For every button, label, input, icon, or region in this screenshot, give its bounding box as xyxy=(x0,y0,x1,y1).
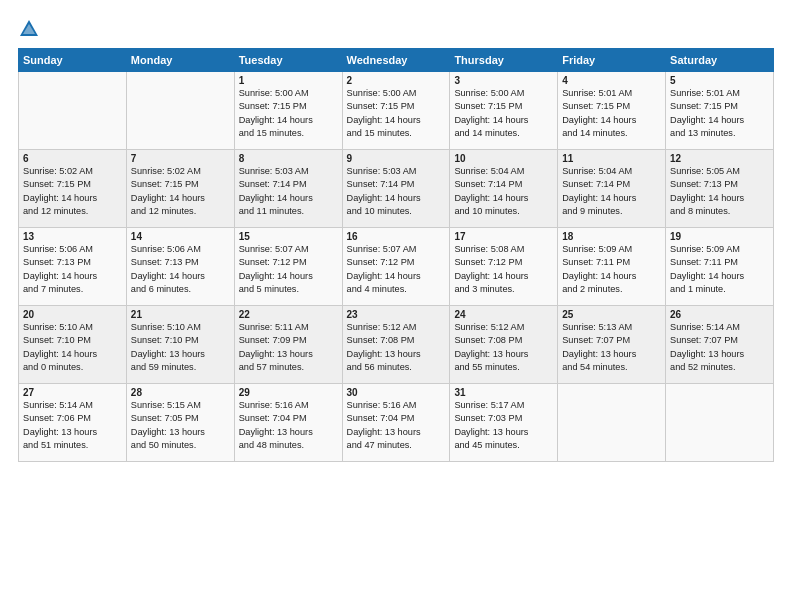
day-number: 13 xyxy=(23,231,122,242)
cell-content: Sunrise: 5:13 AM Sunset: 7:07 PM Dayligh… xyxy=(562,321,661,374)
cell-content: Sunrise: 5:04 AM Sunset: 7:14 PM Dayligh… xyxy=(454,165,553,218)
cell-1-0: 6Sunrise: 5:02 AM Sunset: 7:15 PM Daylig… xyxy=(19,150,127,228)
cell-content: Sunrise: 5:00 AM Sunset: 7:15 PM Dayligh… xyxy=(347,87,446,140)
page: SundayMondayTuesdayWednesdayThursdayFrid… xyxy=(0,0,792,612)
day-number: 23 xyxy=(347,309,446,320)
cell-2-3: 16Sunrise: 5:07 AM Sunset: 7:12 PM Dayli… xyxy=(342,228,450,306)
calendar-row-4: 27Sunrise: 5:14 AM Sunset: 7:06 PM Dayli… xyxy=(19,384,774,462)
cell-2-2: 15Sunrise: 5:07 AM Sunset: 7:12 PM Dayli… xyxy=(234,228,342,306)
cell-3-1: 21Sunrise: 5:10 AM Sunset: 7:10 PM Dayli… xyxy=(126,306,234,384)
cell-3-0: 20Sunrise: 5:10 AM Sunset: 7:10 PM Dayli… xyxy=(19,306,127,384)
cell-content: Sunrise: 5:06 AM Sunset: 7:13 PM Dayligh… xyxy=(131,243,230,296)
day-number: 30 xyxy=(347,387,446,398)
calendar-body: 1Sunrise: 5:00 AM Sunset: 7:15 PM Daylig… xyxy=(19,72,774,462)
cell-3-3: 23Sunrise: 5:12 AM Sunset: 7:08 PM Dayli… xyxy=(342,306,450,384)
cell-content: Sunrise: 5:12 AM Sunset: 7:08 PM Dayligh… xyxy=(454,321,553,374)
col-header-sunday: Sunday xyxy=(19,49,127,72)
cell-3-5: 25Sunrise: 5:13 AM Sunset: 7:07 PM Dayli… xyxy=(558,306,666,384)
cell-2-0: 13Sunrise: 5:06 AM Sunset: 7:13 PM Dayli… xyxy=(19,228,127,306)
cell-4-2: 29Sunrise: 5:16 AM Sunset: 7:04 PM Dayli… xyxy=(234,384,342,462)
cell-content: Sunrise: 5:02 AM Sunset: 7:15 PM Dayligh… xyxy=(23,165,122,218)
cell-content: Sunrise: 5:00 AM Sunset: 7:15 PM Dayligh… xyxy=(454,87,553,140)
cell-3-4: 24Sunrise: 5:12 AM Sunset: 7:08 PM Dayli… xyxy=(450,306,558,384)
cell-0-2: 1Sunrise: 5:00 AM Sunset: 7:15 PM Daylig… xyxy=(234,72,342,150)
day-number: 21 xyxy=(131,309,230,320)
cell-3-6: 26Sunrise: 5:14 AM Sunset: 7:07 PM Dayli… xyxy=(666,306,774,384)
cell-0-5: 4Sunrise: 5:01 AM Sunset: 7:15 PM Daylig… xyxy=(558,72,666,150)
day-number: 11 xyxy=(562,153,661,164)
cell-content: Sunrise: 5:06 AM Sunset: 7:13 PM Dayligh… xyxy=(23,243,122,296)
day-number: 27 xyxy=(23,387,122,398)
day-number: 16 xyxy=(347,231,446,242)
col-header-tuesday: Tuesday xyxy=(234,49,342,72)
day-number: 15 xyxy=(239,231,338,242)
calendar-table: SundayMondayTuesdayWednesdayThursdayFrid… xyxy=(18,48,774,462)
col-header-monday: Monday xyxy=(126,49,234,72)
calendar-row-1: 6Sunrise: 5:02 AM Sunset: 7:15 PM Daylig… xyxy=(19,150,774,228)
logo-icon xyxy=(18,18,40,40)
cell-1-5: 11Sunrise: 5:04 AM Sunset: 7:14 PM Dayli… xyxy=(558,150,666,228)
cell-content: Sunrise: 5:17 AM Sunset: 7:03 PM Dayligh… xyxy=(454,399,553,452)
cell-1-4: 10Sunrise: 5:04 AM Sunset: 7:14 PM Dayli… xyxy=(450,150,558,228)
cell-0-4: 3Sunrise: 5:00 AM Sunset: 7:15 PM Daylig… xyxy=(450,72,558,150)
logo xyxy=(18,18,44,40)
cell-content: Sunrise: 5:03 AM Sunset: 7:14 PM Dayligh… xyxy=(347,165,446,218)
col-header-saturday: Saturday xyxy=(666,49,774,72)
cell-content: Sunrise: 5:01 AM Sunset: 7:15 PM Dayligh… xyxy=(670,87,769,140)
day-number: 6 xyxy=(23,153,122,164)
calendar-row-2: 13Sunrise: 5:06 AM Sunset: 7:13 PM Dayli… xyxy=(19,228,774,306)
cell-content: Sunrise: 5:01 AM Sunset: 7:15 PM Dayligh… xyxy=(562,87,661,140)
day-number: 14 xyxy=(131,231,230,242)
day-number: 17 xyxy=(454,231,553,242)
cell-content: Sunrise: 5:03 AM Sunset: 7:14 PM Dayligh… xyxy=(239,165,338,218)
header-row: SundayMondayTuesdayWednesdayThursdayFrid… xyxy=(19,49,774,72)
cell-content: Sunrise: 5:16 AM Sunset: 7:04 PM Dayligh… xyxy=(239,399,338,452)
day-number: 4 xyxy=(562,75,661,86)
day-number: 8 xyxy=(239,153,338,164)
day-number: 7 xyxy=(131,153,230,164)
cell-content: Sunrise: 5:02 AM Sunset: 7:15 PM Dayligh… xyxy=(131,165,230,218)
cell-4-6 xyxy=(666,384,774,462)
cell-0-6: 5Sunrise: 5:01 AM Sunset: 7:15 PM Daylig… xyxy=(666,72,774,150)
cell-content: Sunrise: 5:15 AM Sunset: 7:05 PM Dayligh… xyxy=(131,399,230,452)
day-number: 12 xyxy=(670,153,769,164)
cell-content: Sunrise: 5:00 AM Sunset: 7:15 PM Dayligh… xyxy=(239,87,338,140)
day-number: 24 xyxy=(454,309,553,320)
col-header-thursday: Thursday xyxy=(450,49,558,72)
cell-2-4: 17Sunrise: 5:08 AM Sunset: 7:12 PM Dayli… xyxy=(450,228,558,306)
cell-content: Sunrise: 5:07 AM Sunset: 7:12 PM Dayligh… xyxy=(347,243,446,296)
day-number: 29 xyxy=(239,387,338,398)
cell-content: Sunrise: 5:04 AM Sunset: 7:14 PM Dayligh… xyxy=(562,165,661,218)
day-number: 25 xyxy=(562,309,661,320)
cell-4-3: 30Sunrise: 5:16 AM Sunset: 7:04 PM Dayli… xyxy=(342,384,450,462)
day-number: 28 xyxy=(131,387,230,398)
day-number: 3 xyxy=(454,75,553,86)
cell-content: Sunrise: 5:07 AM Sunset: 7:12 PM Dayligh… xyxy=(239,243,338,296)
cell-1-3: 9Sunrise: 5:03 AM Sunset: 7:14 PM Daylig… xyxy=(342,150,450,228)
cell-4-1: 28Sunrise: 5:15 AM Sunset: 7:05 PM Dayli… xyxy=(126,384,234,462)
cell-content: Sunrise: 5:14 AM Sunset: 7:06 PM Dayligh… xyxy=(23,399,122,452)
day-number: 22 xyxy=(239,309,338,320)
calendar-row-0: 1Sunrise: 5:00 AM Sunset: 7:15 PM Daylig… xyxy=(19,72,774,150)
cell-4-4: 31Sunrise: 5:17 AM Sunset: 7:03 PM Dayli… xyxy=(450,384,558,462)
cell-2-5: 18Sunrise: 5:09 AM Sunset: 7:11 PM Dayli… xyxy=(558,228,666,306)
col-header-friday: Friday xyxy=(558,49,666,72)
day-number: 19 xyxy=(670,231,769,242)
cell-1-6: 12Sunrise: 5:05 AM Sunset: 7:13 PM Dayli… xyxy=(666,150,774,228)
cell-content: Sunrise: 5:10 AM Sunset: 7:10 PM Dayligh… xyxy=(131,321,230,374)
day-number: 1 xyxy=(239,75,338,86)
day-number: 20 xyxy=(23,309,122,320)
cell-2-1: 14Sunrise: 5:06 AM Sunset: 7:13 PM Dayli… xyxy=(126,228,234,306)
cell-0-0 xyxy=(19,72,127,150)
day-number: 26 xyxy=(670,309,769,320)
day-number: 31 xyxy=(454,387,553,398)
cell-content: Sunrise: 5:16 AM Sunset: 7:04 PM Dayligh… xyxy=(347,399,446,452)
cell-1-2: 8Sunrise: 5:03 AM Sunset: 7:14 PM Daylig… xyxy=(234,150,342,228)
cell-4-0: 27Sunrise: 5:14 AM Sunset: 7:06 PM Dayli… xyxy=(19,384,127,462)
day-number: 2 xyxy=(347,75,446,86)
header xyxy=(18,18,774,40)
cell-content: Sunrise: 5:09 AM Sunset: 7:11 PM Dayligh… xyxy=(670,243,769,296)
cell-content: Sunrise: 5:10 AM Sunset: 7:10 PM Dayligh… xyxy=(23,321,122,374)
cell-0-3: 2Sunrise: 5:00 AM Sunset: 7:15 PM Daylig… xyxy=(342,72,450,150)
cell-3-2: 22Sunrise: 5:11 AM Sunset: 7:09 PM Dayli… xyxy=(234,306,342,384)
